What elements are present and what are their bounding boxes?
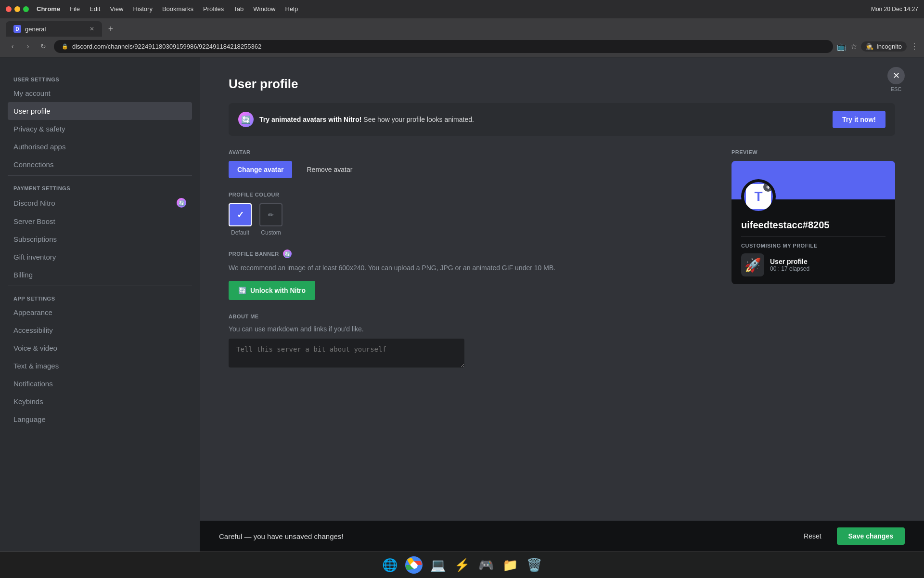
lock-icon: 🔒 — [62, 43, 68, 50]
about-me-input[interactable] — [229, 339, 464, 368]
banner-label-row: PROFILE BANNER 🔄 — [229, 250, 703, 258]
avatar-buttons: Change avatar Remove avatar — [229, 161, 703, 178]
dock-icon-discord[interactable]: 🎮 — [476, 555, 496, 575]
about-me-section-label: ABOUT ME — [229, 314, 703, 319]
nitro-banner: 🔄 Try animated avatars with Nitro! See h… — [229, 103, 895, 136]
close-button[interactable]: ✕ — [887, 67, 905, 84]
screen-cast-icon[interactable]: 📺 — [837, 42, 847, 51]
menu-window[interactable]: Window — [249, 4, 279, 13]
close-window-button[interactable] — [6, 6, 12, 12]
divider-1 — [8, 175, 192, 176]
nitro-banner-regular: See how your profile looks animated. — [363, 116, 474, 123]
menu-view[interactable]: View — [106, 4, 127, 13]
connections-label: Connections — [13, 160, 53, 169]
text-images-label: Text & images — [13, 362, 59, 370]
minimize-window-button[interactable] — [14, 6, 20, 12]
unlock-nitro-button[interactable]: 🔄 Unlock with Nitro — [229, 281, 315, 300]
dock-icon-chrome[interactable] — [404, 555, 424, 575]
colour-options: ✓ Default ✏ Custom — [229, 203, 703, 236]
default-colour-swatch[interactable]: ✓ — [229, 203, 252, 226]
save-changes-button[interactable]: Save changes — [837, 527, 905, 545]
avatar-edit-badge: ✚ — [763, 182, 773, 192]
forward-button[interactable]: › — [21, 39, 35, 53]
sidebar-item-connections[interactable]: Connections — [8, 156, 192, 173]
sidebar-item-voice-video[interactable]: Voice & video — [8, 339, 192, 357]
activity-name: User profile — [770, 258, 886, 265]
remove-avatar-button[interactable]: Remove avatar — [298, 161, 361, 178]
menu-help[interactable]: Help — [282, 4, 302, 13]
menu-profiles[interactable]: Profiles — [199, 4, 228, 13]
tab-bar: D general ✕ + — [0, 18, 924, 37]
incognito-icon: 🕵 — [866, 43, 873, 50]
sidebar-item-language[interactable]: Language — [8, 410, 192, 428]
tab-label: general — [25, 26, 46, 33]
tab-close-button[interactable]: ✕ — [90, 26, 94, 32]
traffic-lights — [6, 6, 29, 12]
main-content: ✕ ESC User profile 🔄 Try animated avatar… — [200, 57, 924, 578]
menu-file[interactable]: File — [66, 4, 84, 13]
sidebar-item-gift-inventory[interactable]: Gift inventory — [8, 248, 192, 266]
preview-banner: T ✚ — [732, 161, 895, 199]
my-account-label: My account — [13, 89, 51, 97]
sidebar-item-user-profile[interactable]: User profile — [8, 102, 192, 120]
profile-colour-section: PROFILE COLOUR ✓ Default ✏ Cus — [229, 192, 703, 236]
sidebar-item-text-images[interactable]: Text & images — [8, 357, 192, 375]
sidebar-item-privacy-safety[interactable]: Privacy & safety — [8, 120, 192, 138]
discord-nitro-label: Discord Nitro — [13, 199, 55, 207]
server-boost-label: Server Boost — [13, 217, 55, 225]
new-tab-button[interactable]: + — [104, 22, 117, 36]
menu-history[interactable]: History — [129, 4, 156, 13]
svg-point-2 — [411, 562, 417, 568]
preview-label: PREVIEW — [732, 149, 895, 155]
unsaved-text: Careful — you have unsaved changes! — [219, 532, 344, 540]
sidebar-item-discord-nitro[interactable]: Discord Nitro 🔄 — [8, 193, 192, 212]
sidebar-item-authorised-apps[interactable]: Authorised apps — [8, 138, 192, 156]
sidebar-item-appearance[interactable]: Appearance — [8, 303, 192, 321]
reload-button[interactable]: ↻ — [37, 39, 50, 53]
avatar-section: AVATAR Change avatar Remove avatar PROFI… — [229, 149, 895, 383]
pencil-icon: ✏ — [268, 211, 274, 219]
sidebar-item-keybinds[interactable]: Keybinds — [8, 393, 192, 410]
default-colour-label: Default — [231, 229, 249, 236]
sidebar-item-subscriptions[interactable]: Subscriptions — [8, 230, 192, 248]
dock-icon-lightning[interactable]: ⚡ — [452, 555, 472, 575]
payment-settings-label: PAYMENT SETTINGS — [8, 182, 192, 193]
accessibility-label: Accessibility — [13, 326, 53, 334]
change-avatar-button[interactable]: Change avatar — [229, 161, 292, 178]
dock-icon-finder[interactable]: 🌐 — [380, 555, 400, 575]
sidebar-item-accessibility[interactable]: Accessibility — [8, 321, 192, 339]
try-now-button[interactable]: Try it now! — [833, 111, 886, 128]
bookmark-icon[interactable]: ☆ — [850, 42, 857, 51]
url-bar[interactable]: 🔒 discord.com/channels/92249118030915998… — [54, 40, 833, 53]
dock-icon-trash[interactable]: 🗑️ — [524, 555, 544, 575]
browser-chrome: D general ✕ + ‹ › ↻ 🔒 discord.com/channe… — [0, 18, 924, 57]
preview-divider — [741, 236, 886, 237]
browser-menu-icon[interactable]: ⋮ — [911, 42, 918, 51]
preview-section: PREVIEW T ✚ uifeedtestacc#8205 CU — [732, 149, 895, 383]
sidebar-item-my-account[interactable]: My account — [8, 84, 192, 102]
menu-bookmarks[interactable]: Bookmarks — [158, 4, 197, 13]
browser-tab[interactable]: D general ✕ — [6, 21, 102, 37]
subscriptions-label: Subscriptions — [13, 235, 57, 243]
sidebar-item-server-boost[interactable]: Server Boost — [8, 212, 192, 230]
nitro-banner-text: Try animated avatars with Nitro! See how… — [259, 116, 827, 123]
profile-colour-label: PROFILE COLOUR — [229, 192, 703, 197]
incognito-label: Incognito — [876, 43, 902, 50]
dock-icon-files[interactable]: 📁 — [500, 555, 520, 575]
sidebar-item-notifications[interactable]: Notifications — [8, 375, 192, 393]
menu-tab[interactable]: Tab — [230, 4, 247, 13]
reset-button[interactable]: Reset — [796, 528, 829, 544]
menu-edit[interactable]: Edit — [86, 4, 104, 13]
dock-icon-terminal[interactable]: 💻 — [428, 555, 448, 575]
system-time: Mon 20 Dec 14:27 — [871, 6, 918, 13]
titlebar-right: Mon 20 Dec 14:27 — [871, 6, 918, 13]
sidebar-item-billing[interactable]: Billing — [8, 266, 192, 284]
app-container: USER SETTINGS My account User profile Pr… — [0, 57, 924, 578]
voice-video-label: Voice & video — [13, 344, 57, 352]
maximize-window-button[interactable] — [23, 6, 29, 12]
back-button[interactable]: ‹ — [6, 39, 19, 53]
menu-chrome[interactable]: Chrome — [33, 4, 64, 13]
preview-card: T ✚ uifeedtestacc#8205 CUSTOMISING MY PR… — [732, 161, 895, 284]
custom-colour-swatch[interactable]: ✏ — [259, 203, 282, 226]
esc-label: ESC — [891, 86, 902, 92]
